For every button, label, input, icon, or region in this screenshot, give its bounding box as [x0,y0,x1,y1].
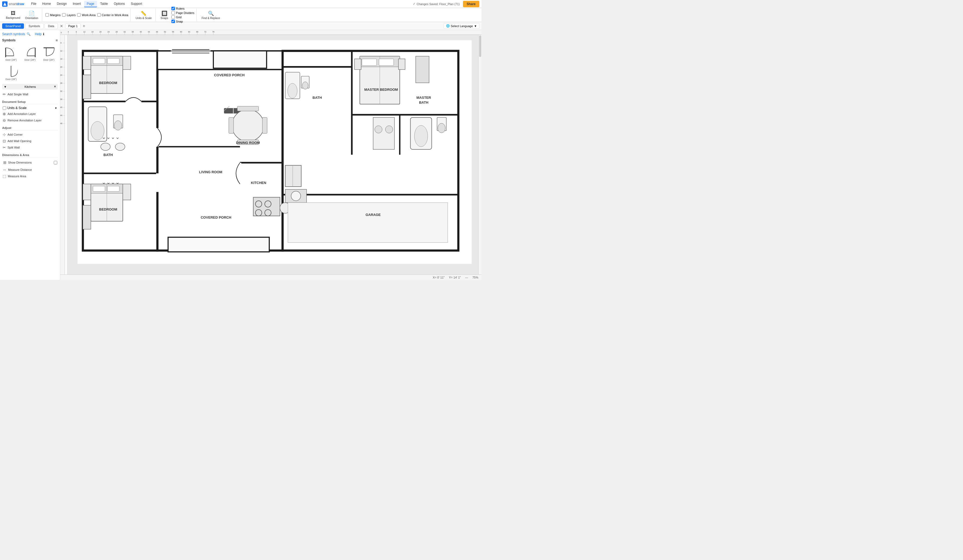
remove-annotation-layer-action[interactable]: ⊖ Remove Annotation Layer [2,117,58,123]
ribbon-snap[interactable]: Snap [172,19,194,23]
rulers-checkbox[interactable] [172,7,175,10]
grid-checkbox[interactable] [172,15,175,19]
page-dividers-checkbox[interactable] [172,11,175,15]
tab-row: SmartPanel Symbols Data ✕ Page 1 + 🌐 Sel… [0,22,481,30]
scrollbar-thumb[interactable] [479,36,481,57]
canvas-area[interactable]: 0 4 8 12 16 20 24 28 32 36 40 44 48 52 5… [60,30,481,280]
svg-text:20: 20 [60,66,62,68]
ribbon-page-dividers[interactable]: Page Dividers [172,11,194,15]
add-single-wall-action[interactable]: ✏ Add Single Wall [2,91,58,97]
svg-text:8: 8 [76,31,77,33]
add-page-button[interactable]: + [82,24,86,29]
show-dimensions-action[interactable]: ⊞ Show Dimensions [3,159,32,166]
master-bath-label2: BATH [419,100,428,105]
measure-distance-action[interactable]: ↔ Measure Distance [2,167,58,173]
ribbon-work-area[interactable]: Work Area [77,13,96,17]
svg-rect-154 [288,202,448,243]
nav-file[interactable]: File [29,1,39,7]
snaps-icon: 🔲 [162,10,167,16]
nav-insert[interactable]: Insert [70,1,84,7]
split-wall-icon: ✂ [3,145,6,150]
ribbon-find-replace[interactable]: 🔍 Find & Replace [200,10,221,20]
units-scale-icon: 📏 [141,10,146,16]
help-icon: ℹ [43,32,44,36]
svg-rect-105 [83,75,91,99]
tab-close-button[interactable]: ✕ [59,24,64,28]
svg-rect-123 [229,117,233,133]
add-wall-opening-action[interactable]: ⊡ Add Wall Opening [2,138,58,144]
drawing-canvas[interactable]: .wall { stroke: #1a1a1a; stroke-width: 8… [65,35,481,275]
center-work-area-checkbox[interactable] [97,13,101,17]
annotation-add-icon: ⊕ [3,112,6,116]
ribbon-center-work-area[interactable]: Center in Work Area [97,13,128,17]
units-scale-row[interactable]: Units & Scale ▼ [2,105,58,111]
search-symbols-link[interactable]: Search symbols [2,32,25,36]
top-bar: smartdraw File Home Design Insert Page T… [0,0,481,8]
help-link[interactable]: Help [35,32,42,36]
cloud-icon: ✓ [413,2,415,6]
ribbon-units-scale[interactable]: 📏 Units & Scale [134,10,153,20]
svg-text:4: 4 [68,31,69,33]
nav-table[interactable]: Table [97,1,111,7]
nav-page[interactable]: Page [84,1,97,7]
kitchens-category[interactable]: ▼ Kitchens ✕ [2,84,58,89]
snap-checkbox[interactable] [172,19,175,23]
document-setup-title: Document Setup [2,100,58,104]
nav-support[interactable]: Support [128,1,145,7]
add-corner-action[interactable]: ⊹ Add Corner [2,131,58,138]
show-dimensions-checkbox[interactable] [54,161,57,164]
smart-panel-button[interactable]: SmartPanel [2,23,24,29]
work-area-checkbox[interactable] [77,13,81,17]
units-scale-checkbox[interactable] [3,106,6,110]
split-wall-action[interactable]: ✂ Split Wall [2,144,58,151]
margins-checkbox[interactable] [45,13,49,17]
share-button[interactable]: Share [463,1,479,7]
corner-icon: ⊹ [3,133,6,137]
symbols-menu-icon[interactable]: ≡ [56,38,58,42]
ribbon-rulers[interactable]: Rulers [172,7,194,10]
ribbon-snaps[interactable]: 🔲 Snaps [159,10,170,20]
svg-rect-121 [237,106,258,111]
wall-icon: ✏ [3,92,6,96]
svg-point-120 [232,110,264,142]
svg-rect-113 [83,205,91,229]
svg-text:8: 8 [60,42,62,44]
ribbon-layers[interactable]: Layers [62,13,76,17]
layers-checkbox[interactable] [62,13,66,17]
changes-saved-indicator: ✓ Changes Saved: Floor_Plan (71) [413,2,459,6]
main-nav: File Home Design Insert Page Table Optio… [29,1,145,7]
svg-rect-147 [373,117,394,149]
find-replace-icon: 🔍 [208,10,214,16]
svg-text:44: 44 [148,31,150,33]
nav-design[interactable]: Design [54,1,69,7]
ribbon-margins[interactable]: Margins [45,13,60,17]
annotation-remove-icon: ⊖ [3,118,6,123]
vertical-scrollbar[interactable] [478,35,481,275]
svg-text:36: 36 [60,98,62,100]
svg-rect-110 [107,186,120,191]
ribbon-orientation[interactable]: 📄 Orientation [23,10,40,20]
ribbon-grid[interactable]: Grid [172,15,194,19]
adjust-title: Adjust [2,126,58,130]
svg-text:56: 56 [172,31,174,33]
add-annotation-layer-action[interactable]: ⊕ Add Annotation Layer [2,111,58,117]
svg-text:16: 16 [91,31,94,33]
kitchens-close-icon[interactable]: ✕ [54,85,56,88]
symbol-door-3[interactable]: Door (28") [40,44,58,62]
y-coordinate-label: Y= 14' 1" [449,276,461,279]
symbols-tab[interactable]: Symbols [25,23,43,29]
ribbon-background[interactable]: 🖼 Background [4,10,22,20]
symbol-door-4[interactable]: Door (28") [2,63,20,82]
symbol-door-2[interactable]: Door (28") [21,44,39,62]
measure-area-action[interactable]: ⬚ Measure Area [2,173,58,180]
background-icon: 🖼 [11,10,16,16]
data-tab[interactable]: Data [45,23,58,29]
nav-home[interactable]: Home [39,1,54,7]
svg-text:40: 40 [60,106,62,108]
svg-rect-88 [168,237,269,252]
nav-options[interactable]: Options [111,1,127,7]
units-scale-arrow[interactable]: ▼ [55,107,57,110]
symbol-door-1[interactable]: Door (28") [2,44,20,62]
select-language-dropdown[interactable]: 🌐 Select Language ▼ [444,23,479,29]
svg-text:32: 32 [123,31,126,33]
